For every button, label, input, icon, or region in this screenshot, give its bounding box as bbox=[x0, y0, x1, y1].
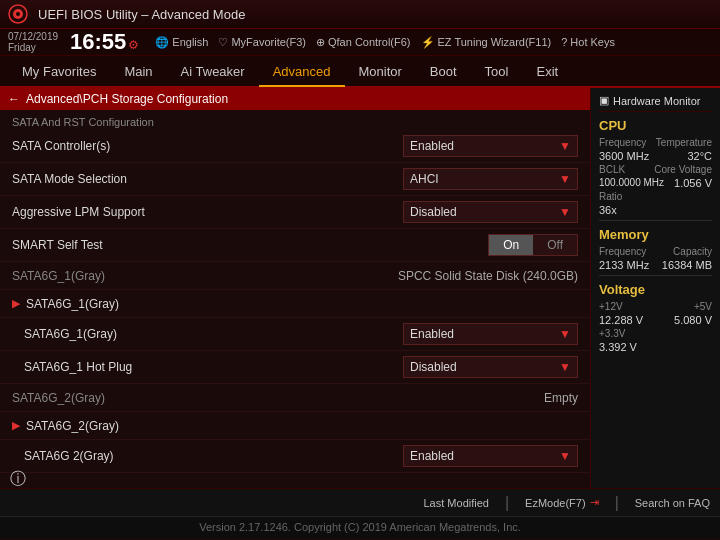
info-bar: 07/12/2019 Friday 16:55 ⚙ 🌐 English ♡ My… bbox=[0, 29, 720, 56]
sata6g-1-expand-row[interactable]: ▶ SATA6G_1(Gray) bbox=[0, 290, 590, 318]
sata-mode-dropdown[interactable]: AHCI ▼ bbox=[403, 168, 578, 190]
footer-text: Version 2.17.1246. Copyright (C) 2019 Am… bbox=[199, 521, 521, 533]
mem-cap-label: Capacity bbox=[673, 246, 712, 257]
left-panel: ← Advanced\PCH Storage Configuration SAT… bbox=[0, 88, 590, 488]
v5-value: 5.080 V bbox=[674, 314, 712, 326]
expand-arrow-icon: ▶ bbox=[12, 297, 20, 310]
menu-bar: My Favorites Main Ai Tweaker Advanced Mo… bbox=[0, 56, 720, 88]
voltage-section-title: Voltage bbox=[599, 282, 712, 297]
sata-controllers-dropdown[interactable]: Enabled ▼ bbox=[403, 135, 578, 157]
ratio-value: 36x bbox=[599, 204, 617, 216]
ratio-label-row: Ratio bbox=[599, 191, 712, 202]
sata6g-1-hotplug-row: SATA6G_1 Hot Plug Disabled ▼ bbox=[0, 351, 590, 384]
v5-label: +5V bbox=[694, 301, 712, 312]
mem-freq-value: 2133 MHz bbox=[599, 259, 649, 271]
cpu-temp-label: Temperature bbox=[656, 137, 712, 148]
cpu-section-title: CPU bbox=[599, 118, 712, 133]
sata-controllers-label: SATA Controller(s) bbox=[12, 139, 403, 153]
menu-item-monitor[interactable]: Monitor bbox=[345, 58, 416, 85]
wand-icon: ⚡ bbox=[421, 36, 435, 49]
aggressive-lpm-label: Aggressive LPM Support bbox=[12, 205, 403, 219]
volt-12-5-vals: 12.288 V 5.080 V bbox=[599, 314, 712, 326]
volt-12-5-labels: +12V +5V bbox=[599, 301, 712, 312]
ezmode-label: EzMode(F7) bbox=[525, 497, 586, 509]
sata6g-2-info-label: SATA6G_2(Gray) bbox=[12, 391, 544, 405]
v12-value: 12.288 V bbox=[599, 314, 643, 326]
sata-mode-row: SATA Mode Selection AHCI ▼ bbox=[0, 163, 590, 196]
dropdown-arrow-icon: ▼ bbox=[559, 205, 571, 219]
smart-self-test-toggle[interactable]: On Off bbox=[488, 234, 578, 256]
menu-item-boot[interactable]: Boot bbox=[416, 58, 471, 85]
title-bar: UEFI BIOS Utility – Advanced Mode bbox=[0, 0, 720, 29]
mem-freq-label: Frequency bbox=[599, 246, 646, 257]
eztuning-nav[interactable]: ⚡ EZ Tuning Wizard(F11) bbox=[421, 36, 552, 49]
dropdown-arrow-icon: ▼ bbox=[559, 360, 571, 374]
hotkeys-nav[interactable]: ? Hot Keys bbox=[561, 36, 615, 48]
mem-cap-value: 16384 MB bbox=[662, 259, 712, 271]
divider-2: | bbox=[615, 494, 619, 512]
key-icon: ? bbox=[561, 36, 567, 48]
menu-item-advanced[interactable]: Advanced bbox=[259, 58, 345, 87]
bios-title: UEFI BIOS Utility – Advanced Mode bbox=[38, 7, 245, 22]
sata6g-info-row: SATA6G_1(Gray) SPCC Solid State Disk (24… bbox=[0, 262, 590, 290]
v33-label: +3.3V bbox=[599, 328, 625, 339]
ratio-val-row: 36x bbox=[599, 204, 712, 216]
myfavorites-nav[interactable]: ♡ MyFavorite(F3) bbox=[218, 36, 306, 49]
datetime-display: 07/12/2019 Friday bbox=[8, 31, 58, 53]
date-display: 07/12/2019 bbox=[8, 31, 58, 42]
menu-item-exit[interactable]: Exit bbox=[522, 58, 572, 85]
section-label: SATA And RST Configuration bbox=[0, 110, 590, 130]
monitor-icon: ▣ bbox=[599, 94, 609, 107]
ratio-label: Ratio bbox=[599, 191, 622, 202]
cpu-temp-value: 32°C bbox=[687, 150, 712, 162]
v12-label: +12V bbox=[599, 301, 623, 312]
cpu-bclk-vals: 100.0000 MHz 1.056 V bbox=[599, 177, 712, 189]
menu-item-aitweaker[interactable]: Ai Tweaker bbox=[167, 58, 259, 85]
sata6g-2-dropdown[interactable]: Enabled ▼ bbox=[403, 445, 578, 467]
breadcrumb: ← Advanced\PCH Storage Configuration bbox=[0, 88, 590, 110]
mem-labels: Frequency Capacity bbox=[599, 246, 712, 257]
bottom-bar: Last Modified | EzMode(F7) ⇥ | Search on… bbox=[0, 488, 720, 516]
ezmode-button[interactable]: EzMode(F7) ⇥ bbox=[525, 496, 599, 509]
sata-mode-label: SATA Mode Selection bbox=[12, 172, 403, 186]
searchfaq-label: Search on FAQ bbox=[635, 497, 710, 509]
aggressive-lpm-row: Aggressive LPM Support Disabled ▼ bbox=[0, 196, 590, 229]
sata6g-1-expand-label: SATA6G_1(Gray) bbox=[26, 297, 578, 311]
back-arrow-icon[interactable]: ← bbox=[8, 92, 20, 106]
sata-controllers-row: SATA Controller(s) Enabled ▼ bbox=[0, 130, 590, 163]
search-faq-button[interactable]: Search on FAQ bbox=[635, 497, 710, 509]
menu-item-tool[interactable]: Tool bbox=[471, 58, 523, 85]
gear-icon[interactable]: ⚙ bbox=[128, 38, 139, 52]
fan-icon: ⊕ bbox=[316, 36, 325, 49]
sata6g-1-dropdown[interactable]: Enabled ▼ bbox=[403, 323, 578, 345]
qfan-nav[interactable]: ⊕ Qfan Control(F6) bbox=[316, 36, 411, 49]
nav-icons: 🌐 English ♡ MyFavorite(F3) ⊕ Qfan Contro… bbox=[155, 36, 615, 49]
language-nav[interactable]: 🌐 English bbox=[155, 36, 208, 49]
sata6g-1-info-label: SATA6G_1(Gray) bbox=[12, 269, 398, 283]
sata6g-2-info-row: SATA6G_2(Gray) Empty bbox=[0, 384, 590, 412]
info-icon[interactable]: ⓘ bbox=[10, 469, 26, 490]
hardware-monitor-title: ▣ Hardware Monitor bbox=[599, 94, 712, 112]
toggle-off-option[interactable]: Off bbox=[533, 235, 577, 255]
divider-1: | bbox=[505, 494, 509, 512]
sata6g-2-expand-label: SATA6G_2(Gray) bbox=[26, 419, 578, 433]
sata6g-2-expand-row[interactable]: ▶ SATA6G_2(Gray) bbox=[0, 412, 590, 440]
aggressive-lpm-dropdown[interactable]: Disabled ▼ bbox=[403, 201, 578, 223]
menu-item-main[interactable]: Main bbox=[110, 58, 166, 85]
cpu-freq-row: Frequency Temperature bbox=[599, 137, 712, 148]
bclk-value: 100.0000 MHz bbox=[599, 177, 664, 189]
bclk-label: BCLK bbox=[599, 164, 625, 175]
ezmode-arrow-icon: ⇥ bbox=[590, 496, 599, 509]
sata6g-2-sub-label: SATA6G 2(Gray) bbox=[24, 449, 403, 463]
menu-item-favorites[interactable]: My Favorites bbox=[8, 58, 110, 85]
breadcrumb-text: Advanced\PCH Storage Configuration bbox=[26, 92, 228, 106]
time-display: 16:55 bbox=[70, 31, 126, 53]
heart-icon: ♡ bbox=[218, 36, 228, 49]
rog-logo bbox=[8, 4, 30, 24]
expand-arrow-icon: ▶ bbox=[12, 419, 20, 432]
day-display: Friday bbox=[8, 42, 36, 53]
volt-33-label: +3.3V bbox=[599, 328, 712, 339]
toggle-on-option[interactable]: On bbox=[489, 235, 533, 255]
svg-point-2 bbox=[16, 12, 20, 16]
sata6g-1-hotplug-dropdown[interactable]: Disabled ▼ bbox=[403, 356, 578, 378]
